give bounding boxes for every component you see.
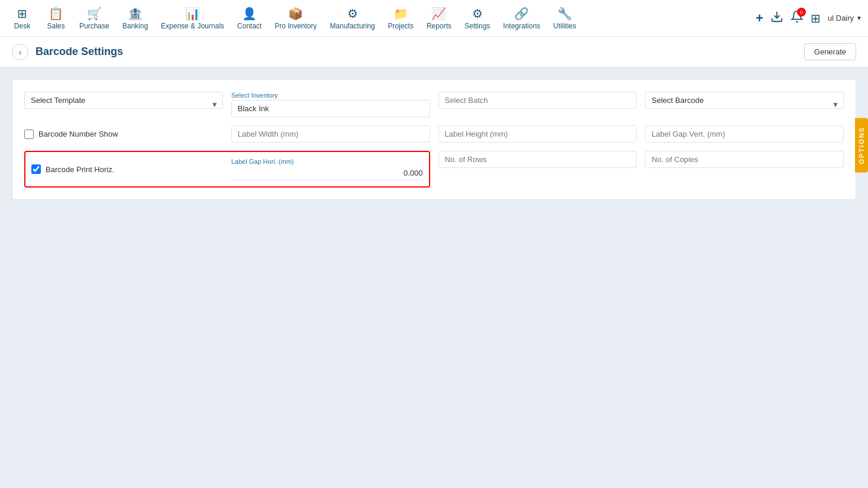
nav-item-expense[interactable]: 📊 Expense & Journals [155, 2, 230, 35]
sales-icon: 📋 [49, 7, 63, 21]
select-inventory-input[interactable] [231, 100, 430, 117]
utilities-icon: 🔧 [557, 7, 572, 21]
desk-icon: ⊞ [17, 7, 27, 21]
select-batch-input[interactable] [438, 92, 637, 109]
download-button[interactable] [770, 10, 783, 26]
nav-label-projects: Projects [388, 22, 414, 30]
label-gap-vert-input[interactable] [645, 125, 844, 143]
nav-item-settings[interactable]: ⚙ Settings [459, 2, 496, 35]
nav-right: + 0 ⊞ ul Dairy ▼ [756, 10, 862, 26]
nav-item-banking[interactable]: 🏦 Banking [117, 2, 154, 35]
main-content: Select Template ▼ Select Inventory Selec… [0, 67, 868, 212]
label-height-field [438, 125, 637, 143]
nav-item-sales[interactable]: 📋 Sales [40, 2, 72, 35]
grid-view-button[interactable]: ⊞ [811, 11, 821, 25]
nav-items: ⊞ Desk 📋 Sales 🛒 Purchase 🏦 Banking 📊 Ex… [6, 2, 756, 35]
banking-icon: 🏦 [128, 7, 143, 21]
nav-label-sales: Sales [47, 22, 64, 30]
nav-item-desk[interactable]: ⊞ Desk [6, 2, 38, 35]
highlighted-section: Barcode Print Horiz. Label Gap Hori. (mm… [24, 151, 430, 188]
barcode-print-horiz-checkbox[interactable] [31, 164, 41, 174]
nav-item-purchase[interactable]: 🛒 Purchase [73, 2, 115, 35]
select-template-dropdown[interactable]: Select Template [24, 92, 223, 109]
top-navigation: ⊞ Desk 📋 Sales 🛒 Purchase 🏦 Banking 📊 Ex… [0, 0, 868, 37]
nav-label-reports: Reports [427, 22, 451, 30]
label-gap-hori-label: Label Gap Hori. (mm) [231, 158, 423, 165]
manufacturing-icon: ⚙ [347, 7, 358, 21]
row-3: Barcode Print Horiz. Label Gap Hori. (mm… [24, 151, 844, 188]
nav-label-purchase: Purchase [79, 22, 109, 30]
reports-icon: 📈 [431, 7, 446, 21]
select-template-field: Select Template ▼ [24, 92, 223, 117]
purchase-icon: 🛒 [87, 7, 102, 21]
row-1: Select Template ▼ Select Inventory Selec… [24, 92, 844, 117]
label-gap-vert-field [645, 125, 844, 143]
pro-inventory-icon: 📦 [288, 7, 303, 21]
barcode-print-horiz-field: Barcode Print Horiz. [31, 158, 223, 180]
barcode-number-show-label: Barcode Number Show [38, 130, 118, 138]
back-button[interactable]: ‹ [12, 44, 28, 60]
nav-item-integrations[interactable]: 🔗 Integrations [497, 2, 546, 35]
nav-label-pro-inventory: Pro Inventory [275, 22, 317, 30]
label-height-input[interactable] [438, 125, 637, 143]
page-header: ‹ Barcode Settings Generate [0, 37, 868, 67]
nav-label-settings: Settings [464, 22, 490, 30]
nav-item-utilities[interactable]: 🔧 Utilities [547, 2, 582, 35]
no-of-copies-field [645, 151, 844, 188]
nav-label-contact: Contact [237, 22, 262, 30]
nav-item-contact[interactable]: 👤 Contact [231, 2, 267, 35]
integrations-icon: 🔗 [514, 7, 529, 21]
settings-card: Select Template ▼ Select Inventory Selec… [12, 79, 856, 200]
select-batch-field [438, 92, 637, 117]
nav-label-utilities: Utilities [553, 22, 576, 30]
nav-label-manufacturing: Manufacturing [330, 22, 375, 30]
label-width-input[interactable] [231, 125, 430, 143]
barcode-number-show-checkbox[interactable] [24, 130, 34, 139]
notification-button[interactable]: 0 [790, 10, 804, 26]
barcode-number-show-field: Barcode Number Show [24, 125, 223, 143]
contact-icon: 👤 [242, 7, 257, 21]
generate-button[interactable]: Generate [804, 43, 856, 60]
row-2: Barcode Number Show [24, 125, 844, 143]
nav-item-projects[interactable]: 📁 Projects [382, 2, 420, 35]
select-barcode-field: Select Barcode ▼ [645, 92, 844, 117]
label-gap-hori-field: Label Gap Hori. (mm) 0.000 [231, 158, 423, 180]
expense-icon: 📊 [185, 7, 200, 21]
nav-label-desk: Desk [14, 22, 30, 30]
add-button[interactable]: + [756, 11, 763, 26]
nav-item-pro-inventory[interactable]: 📦 Pro Inventory [269, 2, 322, 35]
no-of-rows-input[interactable] [438, 151, 637, 168]
page-title: Barcode Settings [36, 46, 123, 58]
label-width-field [231, 125, 430, 143]
select-inventory-label: Select Inventory [231, 92, 430, 99]
nav-item-reports[interactable]: 📈 Reports [421, 2, 457, 35]
no-of-rows-field [438, 151, 637, 188]
label-gap-hori-value: 0.000 [404, 169, 423, 177]
company-selector[interactable]: ul Dairy ▼ [828, 14, 862, 22]
select-barcode-dropdown[interactable]: Select Barcode [645, 92, 844, 109]
projects-icon: 📁 [393, 7, 408, 21]
nav-label-integrations: Integrations [503, 22, 540, 30]
select-inventory-field: Select Inventory [231, 92, 430, 117]
nav-label-banking: Banking [122, 22, 148, 30]
barcode-print-horiz-label: Barcode Print Horiz. [46, 165, 114, 174]
notification-badge: 0 [797, 8, 806, 17]
page-header-left: ‹ Barcode Settings [12, 44, 123, 60]
company-chevron-icon: ▼ [856, 15, 862, 21]
nav-label-expense: Expense & Journals [161, 22, 224, 30]
back-icon: ‹ [19, 47, 22, 57]
company-name-text: ul Dairy [828, 14, 854, 22]
no-of-copies-input[interactable] [645, 151, 844, 168]
options-tab[interactable]: OPTIONS [855, 118, 868, 173]
settings-icon: ⚙ [472, 7, 483, 21]
nav-item-manufacturing[interactable]: ⚙ Manufacturing [324, 2, 381, 35]
